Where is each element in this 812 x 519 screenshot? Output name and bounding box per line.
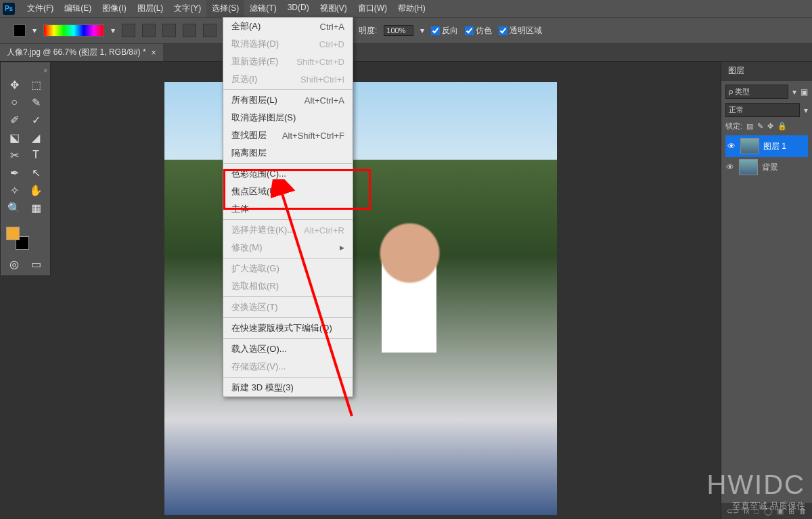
tool-button[interactable]: ✒ bbox=[3, 164, 25, 181]
menu-item[interactable]: 新建 3D 模型(3) bbox=[223, 379, 353, 397]
lock-move-icon[interactable]: ✥ bbox=[767, 122, 773, 131]
canvas-area bbox=[0, 62, 721, 519]
menu-窗口[interactable]: 窗口(W) bbox=[353, 0, 392, 17]
tool-button[interactable]: ✂ bbox=[3, 146, 25, 164]
menu-item[interactable]: 隔离图层 bbox=[223, 144, 353, 162]
dropdown-caret[interactable]: ▾ bbox=[111, 26, 115, 35]
dither-checkbox[interactable]: 仿色 bbox=[465, 25, 492, 37]
blend-mode-select[interactable]: 正常 bbox=[725, 103, 800, 117]
layer-item[interactable]: 👁图层 1 bbox=[725, 135, 808, 157]
menu-滤镜[interactable]: 滤镜(T) bbox=[244, 0, 281, 17]
mode-swatch[interactable] bbox=[14, 24, 26, 37]
menu-视图[interactable]: 视图(V) bbox=[315, 0, 353, 17]
layer-name: 图层 1 bbox=[763, 141, 786, 152]
menu-3d[interactable]: 3D(D) bbox=[282, 0, 315, 17]
menu-item: 选择并遮住(K)...Alt+Ctrl+R bbox=[223, 221, 353, 239]
menu-item: 变换选区(T) bbox=[223, 298, 353, 316]
tools-panel: × ✥⬚○✎✐✓⬕◢✂T✒↖✧✋🔍▦ ◎▭ bbox=[0, 62, 51, 276]
gradient-reflected-button[interactable] bbox=[183, 24, 196, 37]
tool-button[interactable]: ○ bbox=[3, 93, 25, 111]
transparency-checkbox[interactable]: 透明区域 bbox=[499, 25, 542, 37]
visibility-icon[interactable]: 👁 bbox=[725, 162, 735, 172]
tool-button[interactable]: ↖ bbox=[25, 164, 47, 181]
tool-button[interactable]: 🔍 bbox=[3, 199, 25, 217]
tool-button[interactable]: ✓ bbox=[25, 111, 47, 129]
document-title: 人像?.jpg @ 66.7% (图层 1, RGB/8#) * bbox=[7, 47, 146, 58]
layer-thumbnail[interactable] bbox=[740, 138, 759, 154]
tool-button[interactable]: ✧ bbox=[3, 181, 25, 199]
tool-button[interactable]: ⬚ bbox=[25, 76, 47, 93]
menu-item[interactable]: 色彩范围(C)... bbox=[223, 165, 353, 183]
lock-brush-icon[interactable]: ✎ bbox=[757, 122, 763, 131]
layer-item[interactable]: 👁背景 bbox=[725, 157, 808, 177]
menu-item: 重新选择(E)Shift+Ctrl+D bbox=[223, 53, 353, 70]
layer-name: 背景 bbox=[762, 162, 778, 173]
menu-item[interactable]: 主体 bbox=[223, 200, 353, 218]
opacity-input[interactable] bbox=[384, 25, 413, 36]
color-swatches[interactable] bbox=[6, 227, 29, 250]
layer-filter-type[interactable]: ρ 类型 bbox=[725, 85, 788, 99]
gradient-preview[interactable] bbox=[43, 24, 104, 37]
menu-item: 修改(M) bbox=[223, 239, 353, 256]
select-menu-dropdown: 全部(A)Ctrl+A取消选择(D)Ctrl+D重新选择(E)Shift+Ctr… bbox=[223, 17, 353, 397]
gradient-radial-button[interactable] bbox=[142, 24, 156, 37]
layers-tab[interactable]: 图层 bbox=[721, 62, 812, 81]
dropdown-caret[interactable]: ▾ bbox=[420, 26, 424, 35]
main-area: × ✥⬚○✎✐✓⬕◢✂T✒↖✧✋🔍▦ ◎▭ 图层 ρ 类型 ▾ ▣ 正常 ▾ 锁… bbox=[0, 62, 812, 519]
gradient-angle-button[interactable] bbox=[162, 24, 176, 37]
tool-button[interactable]: ⬕ bbox=[3, 129, 25, 146]
menu-文件[interactable]: 文件(F) bbox=[22, 0, 59, 17]
tools-close-icon[interactable]: × bbox=[3, 65, 47, 76]
gradient-diamond-button[interactable] bbox=[203, 24, 217, 37]
menu-item: 取消选择(D)Ctrl+D bbox=[223, 35, 353, 53]
menu-图层[interactable]: 图层(L) bbox=[132, 0, 169, 17]
menu-item[interactable]: 查找图层Alt+Shift+Ctrl+F bbox=[223, 127, 353, 144]
menu-item[interactable]: 载入选区(O)... bbox=[223, 340, 353, 358]
menu-item[interactable]: 所有图层(L)Alt+Ctrl+A bbox=[223, 91, 353, 109]
menu-item: 扩大选取(G) bbox=[223, 260, 353, 277]
opacity-label: 明度: bbox=[359, 25, 377, 37]
reverse-checkbox[interactable]: 反向 bbox=[431, 25, 458, 37]
tool-button[interactable]: ✎ bbox=[25, 93, 47, 111]
tool-button[interactable]: ▦ bbox=[25, 199, 47, 217]
app-logo: Ps bbox=[3, 3, 15, 15]
tool-button[interactable]: ◢ bbox=[25, 129, 47, 146]
menu-item[interactable]: 全部(A)Ctrl+A bbox=[223, 18, 353, 35]
menu-item[interactable]: 在快速蒙版模式下编辑(Q) bbox=[223, 319, 353, 337]
menu-item[interactable]: 焦点区域(U)... bbox=[223, 183, 353, 200]
menu-选择[interactable]: 选择(S) bbox=[206, 0, 244, 17]
menu-图像[interactable]: 图像(I) bbox=[97, 0, 131, 17]
dropdown-caret[interactable]: ▾ bbox=[792, 87, 796, 97]
lock-label: 锁定: bbox=[725, 121, 742, 131]
menu-item: 选取相似(R) bbox=[223, 277, 353, 295]
menu-item: 反选(I)Shift+Ctrl+I bbox=[223, 70, 353, 88]
menu-编辑[interactable]: 编辑(E) bbox=[59, 0, 97, 17]
close-icon[interactable]: × bbox=[152, 48, 156, 58]
dropdown-caret[interactable]: ▾ bbox=[804, 106, 808, 115]
layers-panel: 图层 ρ 类型 ▾ ▣ 正常 ▾ 锁定: ▨ ✎ ✥ 🔒 👁图层 1👁背景 ⊂⊃… bbox=[721, 62, 812, 519]
tool-button[interactable]: ▭ bbox=[25, 255, 47, 273]
menu-帮助[interactable]: 帮助(H) bbox=[392, 0, 431, 17]
tool-button[interactable]: ✋ bbox=[25, 181, 47, 199]
options-bar: ▾ ▾ 明度: ▾ 反向 仿色 透明区域 bbox=[0, 17, 812, 44]
tool-button[interactable]: ✥ bbox=[3, 76, 25, 93]
tool-button[interactable]: T bbox=[25, 146, 47, 164]
dropdown-caret[interactable]: ▾ bbox=[32, 26, 37, 35]
lock-all-icon[interactable]: 🔒 bbox=[777, 122, 787, 131]
layer-thumbnail[interactable] bbox=[739, 159, 758, 175]
visibility-icon[interactable]: 👁 bbox=[727, 141, 736, 151]
menu-bar: Ps 文件(F)编辑(E)图像(I)图层(L)文字(Y)选择(S)滤镜(T)3D… bbox=[0, 0, 812, 17]
document-tab[interactable]: 人像?.jpg @ 66.7% (图层 1, RGB/8#) * × bbox=[0, 44, 163, 61]
lock-pixels-icon[interactable]: ▨ bbox=[746, 122, 753, 131]
tool-button[interactable]: ◎ bbox=[3, 255, 25, 273]
menu-文字[interactable]: 文字(Y) bbox=[168, 0, 206, 17]
foreground-color[interactable] bbox=[6, 227, 20, 240]
document-tab-bar: 人像?.jpg @ 66.7% (图层 1, RGB/8#) * × bbox=[0, 44, 812, 62]
filter-icon[interactable]: ▣ bbox=[800, 87, 808, 97]
gradient-linear-button[interactable] bbox=[122, 24, 135, 37]
menu-item: 存储选区(V)... bbox=[223, 358, 353, 376]
watermark: HWIDC 至真至诚 品质保住 bbox=[706, 470, 805, 512]
menu-item[interactable]: 取消选择图层(S) bbox=[223, 109, 353, 127]
tool-button[interactable]: ✐ bbox=[3, 111, 25, 129]
